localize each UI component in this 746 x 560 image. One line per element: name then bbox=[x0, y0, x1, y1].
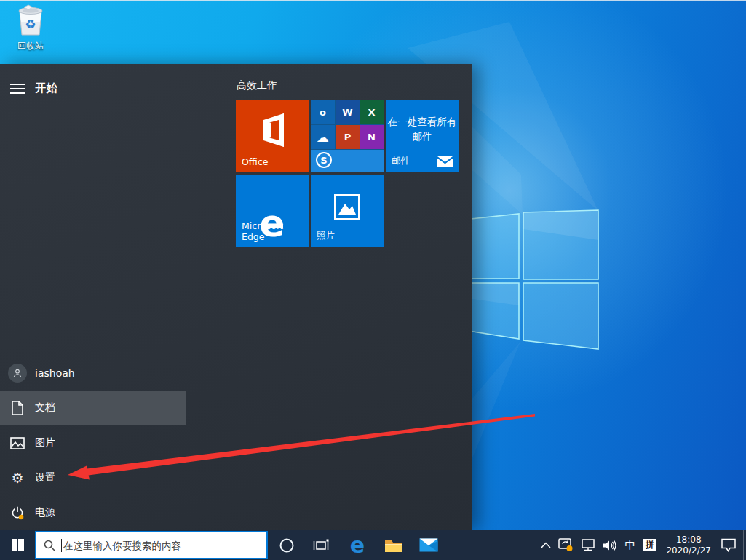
sidebar-item-user[interactable]: iashoah bbox=[0, 356, 186, 391]
tile-office[interactable]: Office bbox=[236, 100, 309, 172]
speaker-icon bbox=[603, 540, 617, 551]
sidebar-item-power[interactable]: 电源 bbox=[0, 495, 186, 530]
tile-edge-label: Microsoft Edge bbox=[242, 220, 309, 242]
powerpoint-icon: P bbox=[344, 132, 352, 143]
power-icon bbox=[9, 505, 25, 521]
outlook-mini-tile[interactable]: o bbox=[311, 100, 335, 124]
show-hidden-icons-button[interactable] bbox=[537, 530, 555, 560]
tile-office-suite-folder[interactable]: o W X ☁ P N S bbox=[311, 100, 384, 172]
sidebar-pictures-label: 图片 bbox=[35, 436, 55, 449]
outlook-icon: o bbox=[320, 107, 326, 118]
svg-text:♻: ♻ bbox=[25, 17, 36, 31]
volume-tray-button[interactable] bbox=[599, 530, 621, 560]
sidebar-item-settings[interactable]: ⚙ 设置 bbox=[0, 460, 186, 495]
taskbar-clock[interactable]: 18:08 2020/2/27 bbox=[660, 535, 717, 556]
desktop-screen: ♻ 回收站 开始 高效工作 Office o bbox=[0, 0, 746, 560]
action-center-button[interactable] bbox=[717, 530, 740, 560]
tile-mail-label: 邮件 bbox=[392, 155, 410, 167]
sidebar-user-label: iashoah bbox=[35, 367, 75, 379]
document-icon bbox=[11, 401, 24, 415]
gear-icon: ⚙ bbox=[11, 471, 23, 485]
menu-expand-button[interactable] bbox=[0, 73, 35, 105]
powerpoint-mini-tile[interactable]: P bbox=[336, 125, 360, 149]
windows-logo-icon bbox=[12, 539, 24, 551]
onedrive-mini-tile[interactable]: ☁ bbox=[311, 125, 335, 149]
tile-group-title: 高效工作 bbox=[237, 79, 277, 92]
system-tray: 中 拼 18:08 2020/2/27 bbox=[537, 530, 746, 560]
mail-icon bbox=[419, 538, 438, 552]
sidebar-item-documents[interactable]: 文档 bbox=[0, 391, 186, 425]
tile-photos[interactable]: 照片 bbox=[311, 175, 384, 247]
cortana-icon bbox=[279, 537, 295, 553]
tile-office-label: Office bbox=[242, 156, 269, 167]
update-badge-dot bbox=[567, 545, 573, 551]
taskbar: e bbox=[0, 530, 746, 560]
onenote-mini-tile[interactable]: N bbox=[360, 125, 384, 149]
taskbar-file-explorer-button[interactable] bbox=[377, 530, 410, 560]
office-logo-icon bbox=[255, 112, 290, 148]
skype-mini-tile[interactable]: S bbox=[311, 150, 384, 172]
network-tray-button[interactable] bbox=[577, 530, 599, 560]
user-avatar bbox=[8, 364, 27, 383]
excel-mini-tile[interactable]: X bbox=[360, 100, 384, 124]
task-view-button[interactable] bbox=[306, 530, 336, 560]
show-desktop-button[interactable] bbox=[743, 530, 746, 560]
windows-update-tray-button[interactable] bbox=[555, 530, 577, 560]
update-badge bbox=[19, 515, 24, 520]
word-mini-tile[interactable]: W bbox=[336, 100, 360, 124]
ime-language-mode[interactable]: 中 bbox=[621, 530, 639, 560]
recycle-bin-icon: ♻ bbox=[15, 4, 46, 36]
picture-icon bbox=[10, 437, 25, 449]
clock-time: 18:08 bbox=[666, 535, 711, 545]
chevron-up-icon bbox=[541, 542, 551, 548]
sidebar-power-label: 电源 bbox=[35, 506, 55, 519]
search-icon bbox=[44, 540, 55, 551]
tile-microsoft-edge[interactable]: e Microsoft Edge bbox=[236, 175, 309, 247]
cortana-button[interactable] bbox=[272, 530, 301, 560]
person-icon bbox=[12, 368, 23, 378]
onedrive-cloud-icon: ☁ bbox=[317, 130, 329, 145]
mail-envelope-icon bbox=[437, 156, 453, 167]
skype-icon: S bbox=[316, 152, 332, 168]
clock-date: 2020/2/27 bbox=[666, 545, 711, 556]
hamburger-icon bbox=[10, 83, 25, 95]
tile-photos-label: 照片 bbox=[317, 230, 335, 242]
word-icon: W bbox=[342, 107, 352, 118]
sidebar-settings-label: 设置 bbox=[35, 471, 55, 484]
offscreen-window-edge bbox=[0, 0, 746, 1]
text-caret bbox=[61, 539, 62, 552]
start-menu-title: 开始 bbox=[35, 81, 58, 95]
onenote-icon: N bbox=[368, 132, 376, 143]
start-menu: 开始 高效工作 Office o W X ☁ P N S bbox=[0, 64, 472, 530]
recycle-bin-label: 回收站 bbox=[7, 40, 54, 52]
taskbar-edge-button[interactable]: e bbox=[341, 530, 374, 560]
action-center-icon bbox=[721, 538, 737, 552]
task-view-icon bbox=[313, 539, 329, 552]
sidebar-documents-label: 文档 bbox=[35, 401, 55, 415]
start-button[interactable] bbox=[0, 530, 35, 560]
excel-icon: X bbox=[368, 107, 375, 118]
taskbar-mail-button[interactable] bbox=[412, 530, 445, 560]
ime-input-scheme[interactable]: 拼 bbox=[643, 539, 656, 551]
photos-icon bbox=[334, 194, 360, 220]
recycle-bin-shortcut[interactable]: ♻ 回收站 bbox=[7, 4, 54, 52]
office-suite-grid: o W X ☁ P N S bbox=[311, 100, 384, 172]
tile-mail[interactable]: 在一处查看所有 邮件 邮件 bbox=[386, 100, 459, 172]
edge-icon: e bbox=[350, 532, 365, 558]
folder-icon bbox=[384, 538, 403, 553]
mail-tile-message: 在一处查看所有 邮件 bbox=[386, 114, 459, 143]
ethernet-network-icon bbox=[581, 539, 595, 551]
taskbar-search-box[interactable] bbox=[35, 531, 268, 559]
search-input[interactable] bbox=[63, 532, 266, 558]
update-status-icon bbox=[558, 538, 574, 552]
sidebar-item-pictures[interactable]: 图片 bbox=[0, 425, 186, 460]
